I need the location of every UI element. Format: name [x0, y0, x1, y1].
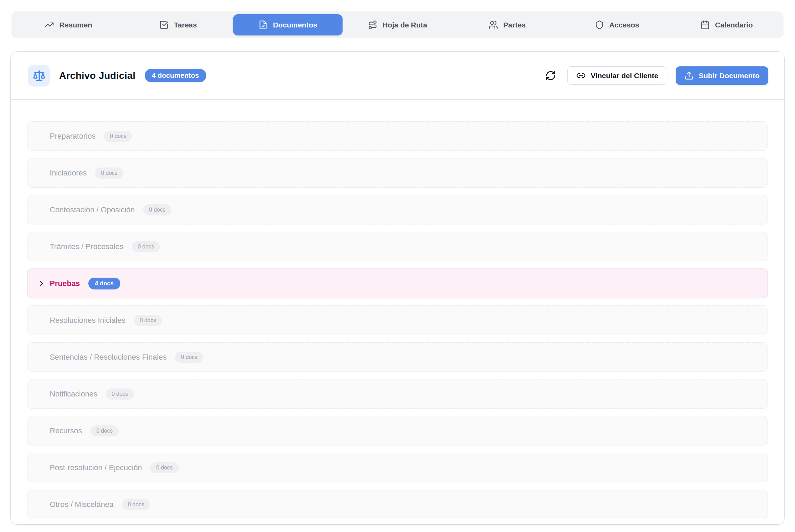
category-row-notificaciones[interactable]: Notificaciones 0 docs	[27, 379, 768, 409]
category-label: Recursos	[50, 426, 82, 435]
upload-icon	[684, 71, 694, 80]
shield-icon	[595, 20, 604, 30]
category-row-sentencias-resoluciones-finales[interactable]: Sentencias / Resoluciones Finales 0 docs	[27, 342, 768, 372]
refresh-icon	[545, 70, 556, 81]
tab-label: Tareas	[174, 21, 197, 29]
category-count-badge: 0 docs	[104, 131, 132, 142]
category-row-preparatorios[interactable]: Preparatorios 0 docs	[27, 121, 768, 151]
upload-document-button[interactable]: Subir Documento	[676, 66, 768, 85]
refresh-button[interactable]	[545, 70, 556, 81]
tab-tareas[interactable]: Tareas	[123, 14, 233, 35]
card-header: Archivo Judicial 4 documentos Vincular d…	[11, 52, 784, 100]
tab-label: Resumen	[59, 21, 92, 29]
category-row-resoluciones-iniciales[interactable]: Resoluciones Iniciales 0 docs	[27, 305, 768, 335]
category-count-badge: 0 docs	[132, 241, 160, 252]
upload-document-button-label: Subir Documento	[699, 72, 760, 80]
file-check-icon	[258, 20, 268, 30]
category-count-badge: 0 docs	[90, 425, 119, 436]
tab-accesos[interactable]: Accesos	[562, 14, 672, 35]
tab-label: Hoja de Ruta	[383, 21, 427, 29]
category-row-pruebas[interactable]: Pruebas 4 docs	[27, 269, 768, 298]
category-row-recursos[interactable]: Recursos 0 docs	[27, 416, 768, 445]
route-icon	[368, 20, 377, 30]
scale-icon	[28, 65, 50, 87]
category-count-badge: 4 docs	[88, 278, 120, 289]
category-label: Trámites / Procesales	[50, 242, 123, 251]
documents-card: Archivo Judicial 4 documentos Vincular d…	[10, 51, 785, 525]
tab-partes[interactable]: Partes	[452, 14, 562, 35]
tab-resumen[interactable]: Resumen	[14, 14, 123, 35]
category-row-iniciadores[interactable]: Iniciadores 0 docs	[27, 158, 768, 188]
link-client-button[interactable]: Vincular del Cliente	[567, 66, 667, 85]
category-row-post-resolucion-ejecucion[interactable]: Post-resolución / Ejecución 0 docs	[27, 453, 768, 482]
category-row-otros-miscelanea[interactable]: Otros / Miscelánea 0 docs	[27, 490, 768, 519]
trending-up-icon	[45, 20, 54, 30]
category-count-badge: 0 docs	[143, 204, 171, 215]
tab-hoja-de-ruta[interactable]: Hoja de Ruta	[343, 14, 452, 35]
category-label: Pruebas	[50, 279, 80, 288]
category-label: Post-resolución / Ejecución	[50, 463, 142, 472]
link-icon	[576, 71, 586, 80]
category-label: Contestación / Oposición	[50, 205, 135, 214]
category-label: Notificaciones	[50, 390, 97, 399]
tab-label: Documentos	[273, 21, 317, 29]
tab-documentos[interactable]: Documentos	[233, 14, 343, 35]
section-tabbar: Resumen Tareas Documentos Hoja de Ruta P…	[11, 11, 784, 38]
category-count-badge: 0 docs	[122, 499, 150, 510]
documents-count-badge: 4 documentos	[145, 69, 207, 82]
chevron-right-icon	[37, 279, 46, 288]
tab-calendario[interactable]: Calendario	[672, 14, 781, 35]
category-label: Preparatorios	[50, 132, 96, 141]
category-row-tramites-procesales[interactable]: Trámites / Procesales 0 docs	[27, 232, 768, 261]
header-actions: Vincular del Cliente Subir Documento	[545, 66, 768, 85]
page-title: Archivo Judicial	[59, 70, 136, 81]
link-client-button-label: Vincular del Cliente	[591, 72, 658, 80]
check-square-icon	[159, 20, 169, 30]
tab-label: Calendario	[715, 21, 753, 29]
category-count-badge: 0 docs	[175, 352, 203, 363]
calendar-icon	[700, 20, 710, 30]
category-count-badge: 0 docs	[150, 462, 178, 473]
tab-label: Accesos	[609, 21, 639, 29]
category-count-badge: 0 docs	[134, 315, 162, 326]
category-count-badge: 0 docs	[106, 388, 134, 400]
category-label: Iniciadores	[50, 169, 87, 178]
users-icon	[489, 20, 498, 30]
category-row-contestacion-oposicion[interactable]: Contestación / Oposición 0 docs	[27, 195, 768, 224]
category-label: Otros / Miscelánea	[50, 500, 113, 509]
category-count-badge: 0 docs	[95, 167, 123, 179]
category-label: Resoluciones Iniciales	[50, 316, 126, 325]
tab-label: Partes	[503, 21, 525, 29]
category-list: Preparatorios 0 docs Iniciadores 0 docs …	[11, 100, 784, 519]
category-label: Sentencias / Resoluciones Finales	[50, 353, 167, 362]
